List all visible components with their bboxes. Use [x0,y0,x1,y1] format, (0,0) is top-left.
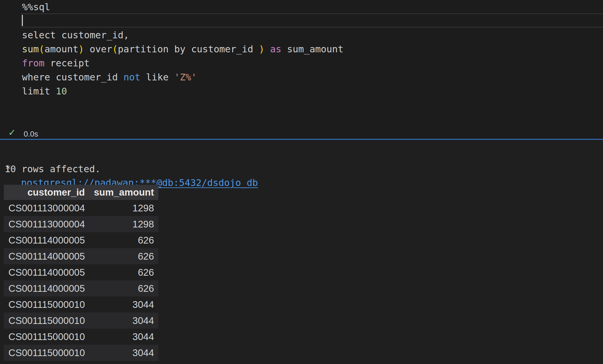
table-cell: CS001115000010 [4,329,89,345]
table-row: CS0011150000103044 [4,345,158,361]
code-token: not [124,72,141,83]
code-token: over [84,44,112,55]
table-cell: 3044 [89,296,158,313]
code-token: ( [112,44,118,55]
text-cursor [22,15,23,26]
table-cell: 626 [89,248,158,264]
execution-status: ✓ 0.0s [0,129,603,139]
code-token: from [22,58,44,69]
table-row: CS001114000005626 [4,232,158,248]
table-row: CS001114000005626 [4,264,158,280]
code-line: sum(amount) over(partition by customer_i… [22,42,343,56]
table-cell: CS001113000004 [4,200,89,216]
table-row: CS0011150000103044 [4,313,158,329]
table-cell: CS001114000005 [4,248,89,264]
column-header: sum_amount [89,185,158,200]
code-token: as [270,44,282,55]
result-table: customer_idsum_amount CS0011130000041298… [4,185,158,361]
code-token: ) [78,44,84,55]
cell-output: * postgresql://padawan:***@db:5432/dsdoj… [0,140,603,364]
code-token: 10 [56,86,67,97]
connection-line: * postgresql://padawan:***@db:5432/dsdoj… [0,148,23,162]
column-header: customer_id [4,185,89,200]
table-row: CS0011150000103044 [4,329,158,345]
table-cell: CS001113000004 [4,216,89,232]
code-token: amount [44,44,78,55]
table-cell: CS001115000010 [4,313,89,329]
table-cell: CS001114000005 [4,280,89,296]
code-line: %%sql [22,0,343,14]
table-cell: 626 [89,264,158,280]
result-table-body: CS0011130000041298CS0011130000041298CS00… [4,200,158,361]
table-cell: 1298 [89,200,158,216]
table-cell: CS001115000010 [4,345,89,361]
table-cell: 3044 [89,345,158,361]
success-check-icon: ✓ [8,127,16,138]
code-token: partition by customer_id [118,44,259,55]
code-line: where customer_id not like 'Z%' [22,70,343,84]
code-token: 'Z%' [174,72,197,83]
table-cell: CS001114000005 [4,264,89,280]
table-cell: CS001114000005 [4,232,89,248]
result-table-header: customer_idsum_amount [4,185,158,200]
code-line: select customer_id, [22,28,343,42]
table-row: CS001114000005626 [4,248,158,264]
code-token: like [141,72,174,83]
table-cell: 1298 [89,216,158,232]
table-row: CS0011130000041298 [4,216,158,232]
rows-affected-message: 10 rows affected. [5,162,101,176]
table-cell: 626 [89,280,158,296]
table-row: CS0011150000103044 [4,296,158,313]
code-token: %%sql [22,1,50,13]
code-line: from receipt [22,56,343,70]
table-cell: CS001115000010 [4,296,89,313]
table-row: CS001114000005626 [4,280,158,296]
code-token: sum_amount [281,44,343,55]
code-token: ) [259,44,264,55]
sql-code-editor[interactable]: %%sqlselect customer_id,sum(amount) over… [0,0,603,139]
code-token: limit [22,86,56,97]
current-line-highlight [21,13,603,27]
code-token: ( [39,44,44,55]
code-token: receipt [44,58,90,69]
table-cell: 626 [89,232,158,248]
code-line: limit 10 [22,84,343,98]
table-cell: 3044 [89,313,158,329]
code-token: where customer_id [22,72,124,83]
code-token [264,44,270,55]
table-row: CS0011130000041298 [4,200,158,216]
table-cell: 3044 [89,329,158,345]
execution-time: 0.0s [24,130,38,138]
code-token: select customer_id, [22,30,129,41]
header-row: customer_idsum_amount [4,185,158,200]
code-token: sum [22,44,39,55]
